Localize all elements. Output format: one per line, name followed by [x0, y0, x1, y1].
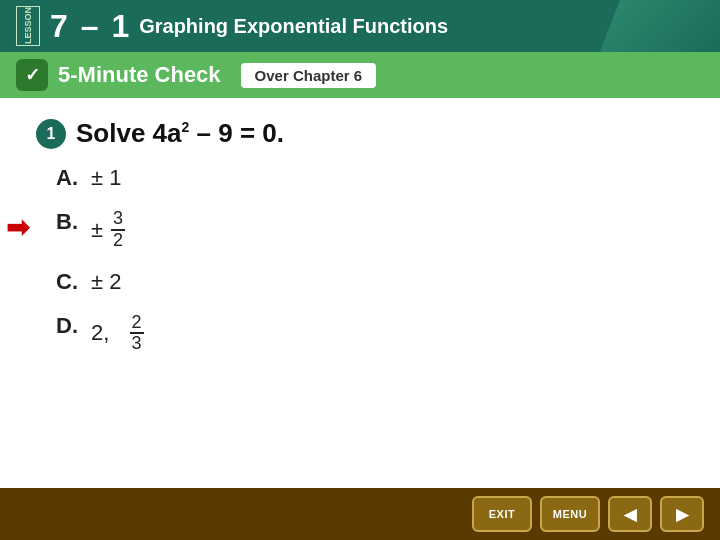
option-b-numerator: 3	[111, 209, 125, 231]
question-number-badge: 1	[36, 119, 66, 149]
option-d-numerator: 2	[130, 313, 144, 335]
option-c-content: ± 2	[91, 269, 121, 295]
check-icon: ✓	[16, 59, 48, 91]
option-b-denominator: 2	[111, 231, 125, 251]
exit-label: EXIT	[489, 508, 515, 520]
question-exponent: 2	[182, 119, 190, 135]
option-d-letter: D.	[56, 313, 91, 339]
option-b: ➡ B. ± 3 2	[56, 209, 690, 251]
option-d-fraction: 2 3	[130, 313, 144, 355]
option-b-content: ± 3 2	[91, 209, 125, 251]
question-number: 1	[47, 125, 56, 143]
option-a-letter: A.	[56, 165, 91, 191]
question-main: Solve 4a2 – 9 = 0.	[76, 118, 284, 148]
correct-arrow-icon: ➡	[6, 211, 29, 244]
lesson-number: 7 – 1	[50, 8, 131, 45]
next-button[interactable]: ▶	[660, 496, 704, 532]
header-decoration	[600, 0, 720, 52]
options-list: A. ± 1 ➡ B. ± 3 2 C.	[36, 165, 690, 354]
header-title: Graphing Exponential Functions	[139, 15, 448, 38]
option-a-content: ± 1	[91, 165, 121, 191]
option-d: D. 2, 2 3	[56, 313, 690, 355]
lesson-badge: LESSON	[16, 6, 40, 46]
slide: LESSON 7 – 1 Graphing Exponential Functi…	[0, 0, 720, 540]
bottom-nav-bar: EXIT MENU ◀ ▶	[0, 488, 720, 540]
option-b-fraction: 3 2	[111, 209, 125, 251]
option-b-letter: B.	[56, 209, 91, 235]
over-chapter-label: Over Chapter 6	[241, 63, 377, 88]
check-title: 5-Minute Check	[58, 62, 221, 88]
question-row: 1 Solve 4a2 – 9 = 0.	[36, 118, 690, 149]
check-bar: ✓ 5-Minute Check Over Chapter 6 CheckPoi…	[0, 52, 720, 98]
next-icon: ▶	[676, 505, 688, 524]
menu-button[interactable]: MENU	[540, 496, 600, 532]
content-area: 1 Solve 4a2 – 9 = 0. A. ± 1 ➡ B. ±	[0, 98, 720, 488]
option-c-text: ± 2	[91, 269, 121, 295]
header-bar: LESSON 7 – 1 Graphing Exponential Functi…	[0, 0, 720, 52]
option-a-text: ± 1	[91, 165, 121, 191]
option-b-pm: ±	[91, 217, 103, 243]
option-a: A. ± 1	[56, 165, 690, 191]
exit-button[interactable]: EXIT	[472, 496, 532, 532]
prev-icon: ◀	[624, 505, 636, 524]
option-d-text: 2,	[91, 320, 122, 346]
question-text: Solve 4a2 – 9 = 0.	[76, 118, 284, 149]
option-c-letter: C.	[56, 269, 91, 295]
option-c: C. ± 2	[56, 269, 690, 295]
prev-button[interactable]: ◀	[608, 496, 652, 532]
lesson-label: LESSON	[23, 7, 33, 44]
menu-label: MENU	[553, 508, 587, 520]
option-d-denominator: 3	[130, 334, 144, 354]
option-d-content: 2, 2 3	[91, 313, 144, 355]
